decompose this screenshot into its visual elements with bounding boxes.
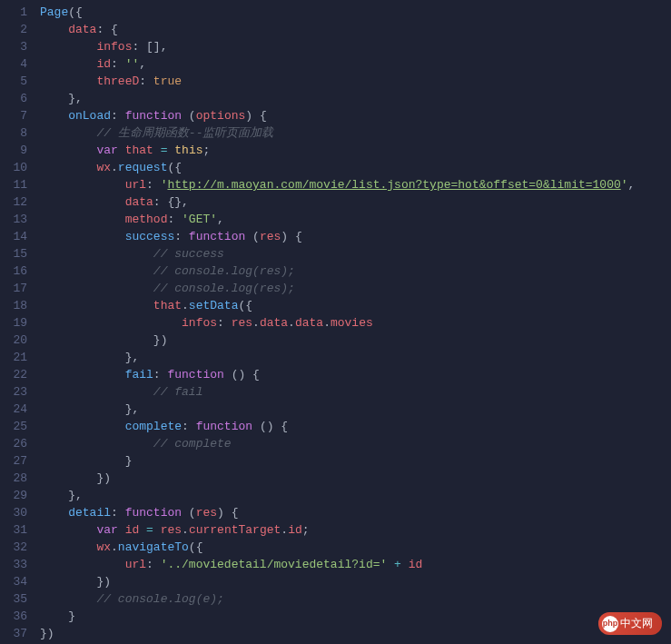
code-line[interactable]: },	[40, 349, 671, 366]
line-number: 31	[0, 521, 27, 539]
line-number: 2	[0, 21, 27, 38]
line-number: 14	[0, 228, 27, 245]
code-line[interactable]: url: '../moviedetail/moviedetail?id=' + …	[40, 556, 671, 573]
code-line[interactable]: // 生命周期函数--监听页面加载	[40, 124, 671, 142]
line-number: 19	[0, 314, 27, 332]
code-line[interactable]: })	[40, 332, 671, 349]
code-line[interactable]: })	[40, 625, 671, 642]
line-number: 22	[0, 366, 27, 383]
line-number: 11	[0, 176, 27, 193]
code-line[interactable]: url: 'http://m.maoyan.com/movie/list.jso…	[40, 176, 671, 193]
line-number-gutter: 1234567891011121314151617181920212223242…	[0, 0, 40, 644]
line-number: 29	[0, 487, 27, 504]
line-number: 21	[0, 349, 27, 366]
line-number: 37	[0, 625, 27, 642]
code-area[interactable]: Page({ data: { infos: [], id: '', threeD…	[40, 0, 671, 644]
line-number: 16	[0, 263, 27, 280]
line-number: 23	[0, 383, 27, 401]
watermark-badge: 中文网	[598, 612, 662, 635]
line-number: 6	[0, 90, 27, 107]
line-number: 34	[0, 573, 27, 590]
line-number: 5	[0, 73, 27, 90]
line-number: 18	[0, 297, 27, 314]
code-line[interactable]: that.setData({	[40, 297, 671, 314]
code-line[interactable]: Page({	[40, 4, 671, 21]
code-line[interactable]: data: {	[40, 21, 671, 38]
line-number: 8	[0, 124, 27, 142]
line-number: 35	[0, 590, 27, 608]
code-line[interactable]: threeD: true	[40, 73, 671, 90]
code-line[interactable]: },	[40, 90, 671, 107]
code-line[interactable]: }	[40, 452, 671, 470]
line-number: 17	[0, 280, 27, 297]
code-line[interactable]: var that = this;	[40, 142, 671, 159]
line-number: 9	[0, 142, 27, 159]
code-line[interactable]: id: '',	[40, 55, 671, 73]
line-number: 4	[0, 55, 27, 73]
line-number: 13	[0, 211, 27, 228]
code-line[interactable]: // fail	[40, 383, 671, 401]
code-line[interactable]: data: {},	[40, 193, 671, 211]
code-line[interactable]: infos: [],	[40, 38, 671, 55]
code-line[interactable]: },	[40, 401, 671, 418]
code-line[interactable]: detail: function (res) {	[40, 504, 671, 521]
code-line[interactable]: wx.navigateTo({	[40, 539, 671, 556]
code-line[interactable]: // console.log(res);	[40, 280, 671, 297]
code-line[interactable]: complete: function () {	[40, 418, 671, 435]
code-line[interactable]: }	[40, 608, 671, 625]
code-line[interactable]: var id = res.currentTarget.id;	[40, 521, 671, 539]
code-editor[interactable]: 1234567891011121314151617181920212223242…	[0, 0, 671, 644]
line-number: 28	[0, 470, 27, 487]
line-number: 33	[0, 556, 27, 573]
code-line[interactable]: method: 'GET',	[40, 211, 671, 228]
code-line[interactable]: })	[40, 470, 671, 487]
code-line[interactable]: // complete	[40, 435, 671, 452]
code-line[interactable]: success: function (res) {	[40, 228, 671, 245]
code-line[interactable]: })	[40, 573, 671, 590]
code-line[interactable]: },	[40, 487, 671, 504]
code-line[interactable]: infos: res.data.data.movies	[40, 314, 671, 332]
line-number: 32	[0, 539, 27, 556]
line-number: 7	[0, 107, 27, 124]
line-number: 30	[0, 504, 27, 521]
line-number: 25	[0, 418, 27, 435]
line-number: 20	[0, 332, 27, 349]
line-number: 26	[0, 435, 27, 452]
line-number: 27	[0, 452, 27, 470]
line-number: 10	[0, 159, 27, 176]
line-number: 36	[0, 608, 27, 625]
watermark-text: 中文网	[620, 615, 653, 632]
line-number: 24	[0, 401, 27, 418]
line-number: 12	[0, 193, 27, 211]
line-number: 15	[0, 245, 27, 263]
line-number: 1	[0, 4, 27, 21]
code-line[interactable]: wx.request({	[40, 159, 671, 176]
code-line[interactable]: onLoad: function (options) {	[40, 107, 671, 124]
code-line[interactable]: // success	[40, 245, 671, 263]
code-line[interactable]: fail: function () {	[40, 366, 671, 383]
line-number: 3	[0, 38, 27, 55]
code-line[interactable]: // console.log(e);	[40, 590, 671, 608]
code-line[interactable]: // console.log(res);	[40, 263, 671, 280]
